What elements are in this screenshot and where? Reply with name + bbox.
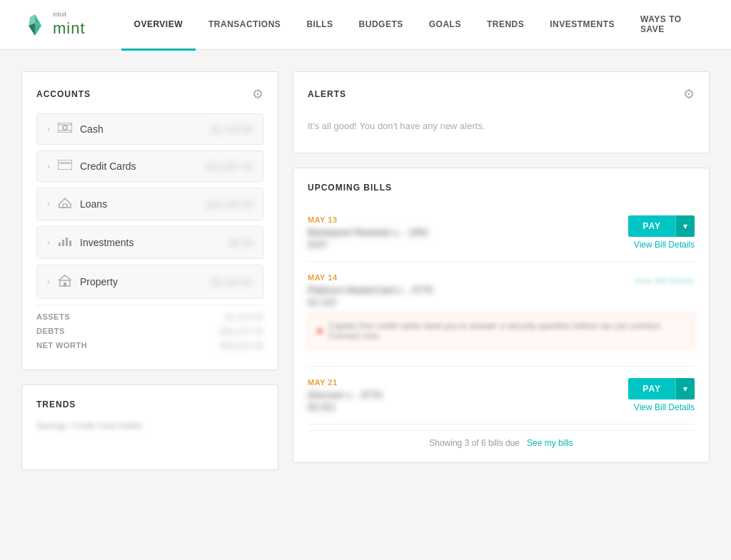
alerts-settings-icon[interactable]: ⚙ [683,86,695,102]
bill-item-2: MAY 21 Discover c... 0770 $6,881 PAY ▾ V… [308,367,695,424]
bills-title: UPCOMING BILLS [308,183,392,193]
warning-text: Capital One credit cards need you to ans… [328,321,685,341]
loans-icon [57,197,73,211]
mint-label: mint [53,19,86,37]
intuit-label: intuit [53,11,86,18]
account-row-property[interactable]: › Property $1,100.00 [36,265,263,299]
logo-area[interactable]: intuit mint [21,11,86,39]
bills-footer: Showing 3 of 6 bills due See my bills [308,430,695,448]
view-details-1[interactable]: View Bill Details [634,276,695,286]
svg-rect-14 [69,240,71,246]
bill-pay-area-0: PAY ▾ [628,215,695,237]
bill-amount-0: $497 [308,239,429,250]
alerts-card: ALERTS ⚙ It's all good! You don't have a… [293,71,710,153]
property-icon [57,274,73,290]
account-value-investments: $0.00 [229,238,253,248]
assets-label: ASSETS [36,312,70,322]
pay-chevron-2[interactable]: ▾ [675,378,695,399]
account-value-cash: $1,234.56 [211,124,253,135]
svg-point-5 [63,126,67,130]
bill-amount-2: $6,881 [308,402,382,412]
logo-text-area: intuit mint [53,11,86,38]
trends-subtitle: Savings: Credit Card Debits [36,421,263,431]
chevron-property: › [47,277,50,287]
cash-icon [57,123,73,136]
accounts-header: ACCOUNTS ⚙ [36,86,263,102]
svg-rect-12 [62,240,64,246]
alerts-empty-message: It's all good! You don't have any new al… [308,113,695,138]
main-content: ACCOUNTS ⚙ › Cash $1,234.56 › Credit Car… [0,50,731,492]
svg-rect-4 [58,123,72,133]
nav-bills[interactable]: BILLS [293,1,346,51]
account-row-credit-cards[interactable]: › Credit Cards $13,987.45 [36,151,263,182]
bill-name-0: Bankquest Rewards c... 1051 [308,227,429,238]
svg-rect-16 [64,282,66,286]
account-value-loans: $45,200.00 [206,199,253,210]
nav-ways-to-save[interactable]: WAYS TO SAVE [627,1,710,51]
mint-logo-icon [21,11,49,39]
bill-name-2: Discover c... 0770 [308,390,382,400]
investments-icon [57,235,73,250]
bill-amount-1: $3,168 [308,297,433,307]
bills-showing-text: Showing 3 of 6 bills due [429,438,520,448]
main-nav: OVERVIEW TRANSACTIONS BILLS BUDGETS GOAL… [121,0,710,50]
bill-date-0: MAY 13 [308,215,429,224]
account-row-loans[interactable]: › Loans $45,200.00 [36,188,263,220]
debts-value: -$59,187.45 [218,327,263,337]
net-worth-value: -$56,852.89 [218,341,263,351]
bill-date-2: MAY 21 [308,378,382,387]
account-row-cash[interactable]: › Cash $1,234.56 [36,113,263,145]
accounts-card: ACCOUNTS ⚙ › Cash $1,234.56 › Credit Car… [21,71,278,370]
left-column: ACCOUNTS ⚙ › Cash $1,234.56 › Credit Car… [21,71,278,470]
account-name-credit: Credit Cards [80,161,206,172]
alerts-title: ALERTS [308,89,346,99]
nav-investments[interactable]: INVESTMENTS [537,1,627,51]
account-name-investments: Investments [80,237,229,248]
chevron-loans: › [47,199,50,209]
account-row-investments[interactable]: › Investments $0.00 [36,226,263,259]
see-my-bills-link[interactable]: See my bills [527,438,573,448]
nav-trends[interactable]: TRENDS [474,1,537,51]
chevron-cash: › [47,124,50,134]
account-name-property: Property [80,276,211,287]
view-details-2[interactable]: View Bill Details [634,402,695,412]
debts-label: DEBTS [36,327,65,337]
account-value-property: $1,100.00 [211,277,253,287]
pay-button-0[interactable]: PAY [628,215,675,237]
accounts-summary: ASSETS $2,334.56 DEBTS -$59,187.45 NET W… [36,305,263,351]
bill-item-0: MAY 13 Bankquest Rewards c... 1051 $497 … [308,204,695,262]
right-column: ALERTS ⚙ It's all good! You don't have a… [293,71,710,470]
nav-budgets[interactable]: BUDGETS [346,1,416,51]
pay-button-2[interactable]: PAY [628,378,675,399]
svg-rect-11 [59,243,61,246]
alerts-header: ALERTS ⚙ [308,86,695,102]
header: intuit mint OVERVIEW TRANSACTIONS BILLS … [0,0,731,50]
summary-net-worth-row: NET WORTH -$56,852.89 [36,341,263,351]
account-name-cash: Cash [80,123,211,135]
upcoming-bills-card: UPCOMING BILLS MAY 13 Bankquest Rewards … [293,168,710,463]
accounts-title: ACCOUNTS [36,89,91,99]
bill-name-1: Platinum MasterCard c... 0770 [308,285,433,295]
nav-goals[interactable]: GOALS [416,1,474,51]
summary-debts-row: DEBTS -$59,187.45 [36,327,263,337]
nav-overview[interactable]: OVERVIEW [121,1,196,51]
pay-chevron-0[interactable]: ▾ [675,215,695,237]
summary-assets-row: ASSETS $2,334.56 [36,312,263,322]
bill-warning-0: Capital One credit cards need you to ans… [308,313,695,349]
bill-item-1: MAY 14 Platinum MasterCard c... 0770 $3,… [308,262,695,367]
bill-date-1: MAY 14 [308,273,433,282]
net-worth-label: NET WORTH [36,341,87,351]
bills-header: UPCOMING BILLS [308,183,695,193]
assets-value: $2,334.56 [226,312,263,322]
nav-transactions[interactable]: TRANSACTIONS [196,1,293,51]
svg-rect-13 [66,238,68,246]
accounts-settings-icon[interactable]: ⚙ [252,86,263,102]
view-details-0[interactable]: View Bill Details [634,240,695,250]
trends-title: TRENDS [36,399,76,409]
svg-rect-8 [58,160,72,170]
chevron-investments: › [47,238,50,248]
account-name-loans: Loans [80,198,206,210]
account-value-credit: $13,987.45 [206,161,253,172]
trends-header: TRENDS [36,399,263,409]
warning-dot [317,328,323,334]
